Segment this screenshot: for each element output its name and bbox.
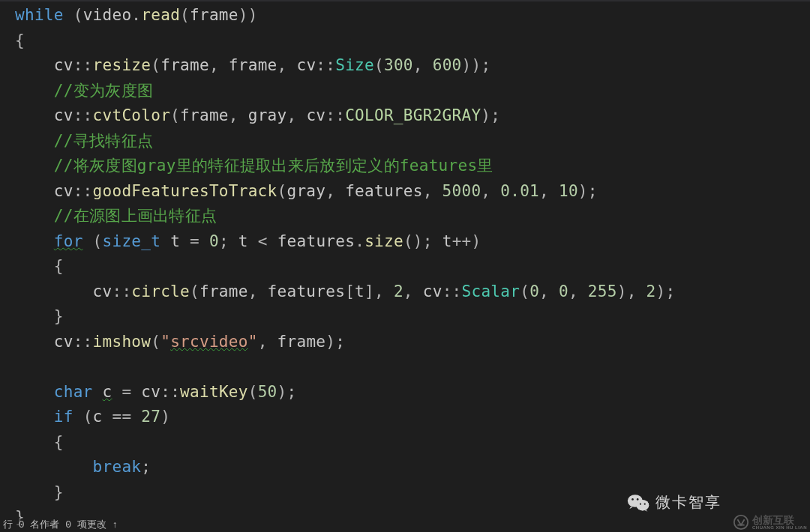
num-300: 300 (384, 56, 413, 74)
fn-circle: circle (131, 282, 190, 300)
var-video: video (83, 6, 132, 24)
fn-imshow: imshow (93, 333, 152, 351)
var-t: t (170, 232, 180, 250)
var-features: features (345, 182, 423, 200)
keyword-for: for (54, 232, 83, 250)
var-gray: gray (248, 106, 287, 124)
keyword-if: if (54, 408, 74, 426)
cls-size: Size (335, 56, 374, 74)
ns-cv: cv (54, 56, 74, 74)
enum-colorbgr2gray: COLOR_BGR2GRAY (345, 106, 481, 124)
fn-waitkey: waitKey (180, 383, 248, 401)
keyword-break: break (93, 458, 142, 476)
comment-gray: //变为灰度图 (54, 82, 153, 100)
type-char: char (54, 383, 93, 401)
fn-size: size (364, 232, 404, 250)
fn-cvtcolor: cvtColor (93, 106, 171, 124)
type-size_t: size_t (103, 232, 161, 250)
num-5000: 5000 (442, 182, 482, 200)
status-bar[interactable]: 行 0 名作者 0 项更改 ↑ (0, 519, 118, 532)
comment-draw: //在源图上画出特征点 (54, 207, 218, 225)
num-0_01: 0.01 (500, 182, 539, 200)
fn-read: read (141, 6, 180, 24)
num-10: 10 (559, 182, 578, 200)
var-frame: frame (190, 6, 238, 24)
comment-find: //寻找特征点 (54, 132, 153, 150)
cls-scalar: Scalar (462, 282, 520, 300)
code-editor[interactable]: while (video.read(frame)) { cv::resize(f… (0, 0, 810, 532)
fn-resize: resize (93, 56, 152, 74)
num-27: 27 (141, 408, 160, 426)
var-c: c (103, 383, 112, 401)
str-srcvideo: srcvideo (170, 333, 248, 351)
num-600: 600 (433, 56, 462, 74)
num-50: 50 (258, 383, 278, 401)
code-area[interactable]: while (video.read(frame)) { cv::resize(f… (0, 3, 810, 531)
tab-strip-divider (0, 0, 810, 1)
fn-goodfeatures: goodFeaturesToTrack (93, 182, 278, 200)
keyword-while: while (15, 6, 64, 24)
comment-extract: //将灰度图gray里的特征提取出来后放到定义的features里 (54, 157, 494, 175)
